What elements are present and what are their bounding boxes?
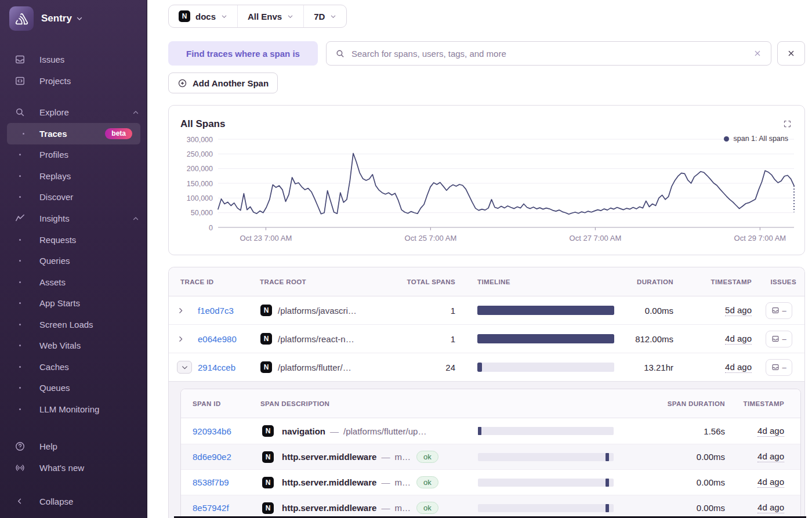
sidebar-item-assets[interactable]: Assets: [0, 271, 147, 293]
sidebar-item-label: Assets: [39, 277, 66, 287]
span-table-row: 8d6e90e2Nhttp.server.middleware—m…ok0.00…: [181, 444, 800, 469]
bullet-dot: [19, 345, 21, 346]
timestamp-link[interactable]: 4d ago: [725, 334, 752, 345]
expanded-trace-zone: SPAN IDSPAN DESCRIPTIONSPAN DURATIONTIME…: [169, 381, 805, 518]
trace-id-link[interactable]: 2914cceb: [198, 363, 235, 372]
span-id-link[interactable]: 8538f7b9: [193, 477, 229, 487]
project-selector[interactable]: N docs: [169, 5, 237, 27]
chart-legend-item[interactable]: span 1: All spans: [724, 135, 788, 143]
chevron-down-icon: [330, 13, 336, 20]
timestamp-link[interactable]: 4d ago: [757, 477, 784, 488]
axis-tick-label: Oct 25 7:00 AM: [405, 234, 457, 242]
platform-icon-cell: N: [260, 325, 274, 353]
add-another-span-button[interactable]: Add Another Span: [168, 73, 278, 93]
status-ok-badge: ok: [416, 451, 438, 463]
issues-inbox-icon: [771, 363, 780, 371]
span-separator: —: [376, 503, 394, 513]
trace-id-cell: f1e0d7c3: [198, 296, 256, 324]
collapse-label: Collapse: [39, 497, 73, 506]
sidebar-item-insights[interactable]: Insights: [0, 208, 147, 229]
plus-circle-icon: [177, 78, 187, 88]
span-timeline-tick: [478, 427, 481, 435]
sidebar-item-label: What's new: [39, 463, 84, 473]
trace-id-link[interactable]: f1e0d7c3: [198, 306, 234, 316]
sidebar-item-screen-loads[interactable]: Screen Loads: [0, 314, 147, 335]
span-timeline-cell: [478, 470, 614, 495]
th-span-timestamp: TIMESTAMP: [738, 389, 784, 418]
issues-button[interactable]: –: [766, 331, 792, 347]
date-range-selector[interactable]: 7D: [303, 5, 346, 27]
environment-selector[interactable]: All Envs: [237, 5, 303, 27]
axis-tick-label: 0: [209, 224, 213, 232]
span-description-cell: http.server.middleware—m…ok: [282, 444, 473, 469]
span-timeline-bar: [478, 427, 614, 435]
timestamp-link[interactable]: 4d ago: [757, 426, 784, 437]
issues-button[interactable]: –: [766, 359, 792, 376]
span-search-bar: [326, 41, 771, 66]
status-ok-badge: ok: [416, 502, 438, 514]
th-duration: DURATION: [575, 267, 673, 296]
span-id-link[interactable]: 8e57942f: [193, 503, 229, 513]
sidebar-item-queries[interactable]: Queries: [0, 251, 147, 272]
trace-table-header: TRACE IDTRACE ROOTTOTAL SPANSTIMELINEDUR…: [169, 267, 804, 296]
sidebar-item-issues[interactable]: Issues: [0, 49, 147, 70]
sidebar-item-caches[interactable]: Caches: [0, 356, 147, 378]
sidebar-item-label: Help: [39, 441, 57, 451]
axis-tick-label: 150,000: [187, 180, 213, 188]
collapse-trace-button[interactable]: [177, 361, 192, 374]
span-duration-cell: 0.00ms: [645, 444, 725, 469]
sidebar-item-what-s-new[interactable]: What's new: [0, 457, 147, 479]
sidebar-item-label: App Starts: [39, 298, 80, 308]
span-separator: —: [376, 452, 394, 462]
trace-expander-cell: [177, 296, 195, 324]
sidebar-item-explore[interactable]: Explore: [0, 102, 147, 123]
th-span-duration: SPAN DURATION: [645, 389, 725, 418]
bullet-icon: [0, 175, 39, 177]
issues-inbox-icon: [771, 335, 780, 343]
remove-span-filter-button[interactable]: [777, 41, 805, 66]
org-switcher[interactable]: Sentry: [41, 13, 83, 24]
nextjs-platform-icon: N: [262, 451, 274, 463]
timestamp-link[interactable]: 4d ago: [725, 362, 752, 373]
sidebar-item-replays[interactable]: Replays: [0, 165, 147, 187]
sidebar-item-app-starts[interactable]: App Starts: [0, 293, 147, 314]
timeline-bar-fill: [477, 363, 482, 372]
sidebar-item-web-vitals[interactable]: Web Vitals: [0, 335, 147, 357]
bullet-icon: [0, 366, 39, 368]
sidebar-item-help[interactable]: Help: [0, 436, 147, 457]
sidebar-item-projects[interactable]: Projects: [0, 70, 147, 92]
sidebar-item-traces[interactable]: Tracesbeta: [7, 123, 140, 144]
sidebar-item-discover[interactable]: Discover: [0, 187, 147, 208]
bullet-dot: [19, 196, 21, 198]
sidebar-item-llm-monitoring[interactable]: LLM Monitoring: [0, 399, 147, 420]
th-span-description: SPAN DESCRIPTION: [260, 389, 411, 418]
span-id-link[interactable]: 8d6e90e2: [193, 452, 231, 462]
trace-table-row: e064e980N/platforms/react-n…1812.00ms4d …: [169, 325, 804, 353]
sidebar-collapse-button[interactable]: Collapse: [0, 492, 147, 510]
timestamp-link[interactable]: 4d ago: [757, 502, 784, 513]
chevron-right-icon[interactable]: [177, 307, 184, 314]
span-op: http.server.middleware: [282, 452, 376, 462]
chevron-right-icon[interactable]: [177, 335, 184, 343]
search-input[interactable]: [351, 49, 746, 59]
sentry-logo-icon[interactable]: [9, 6, 34, 31]
timestamp-link[interactable]: 4d ago: [757, 451, 784, 462]
issues-button[interactable]: –: [766, 302, 792, 319]
duration-cell: 0.00ms: [575, 296, 673, 324]
sidebar-item-queues[interactable]: Queues: [0, 378, 147, 399]
duration-cell: 812.00ms: [575, 325, 673, 353]
timestamp-link[interactable]: 5d ago: [725, 305, 752, 316]
find-traces-label[interactable]: Find traces where a span is: [168, 41, 318, 66]
sidebar-item-requests[interactable]: Requests: [0, 229, 147, 251]
span-id-link[interactable]: 920934b6: [193, 426, 231, 436]
expand-chart-button[interactable]: [783, 119, 792, 128]
clear-search-icon[interactable]: [753, 49, 762, 58]
brand-row: Sentry: [9, 6, 83, 31]
bullet-icon: [0, 408, 39, 410]
trace-id-link[interactable]: e064e980: [198, 334, 237, 344]
span-id-cell: 8538f7b9: [193, 470, 256, 495]
platform-icon-cell: N: [260, 296, 274, 324]
sidebar-item-profiles[interactable]: Profiles: [0, 144, 147, 166]
platform-icon-cell: N: [262, 444, 276, 469]
th-timestamp: TIMESTAMP: [702, 267, 752, 296]
